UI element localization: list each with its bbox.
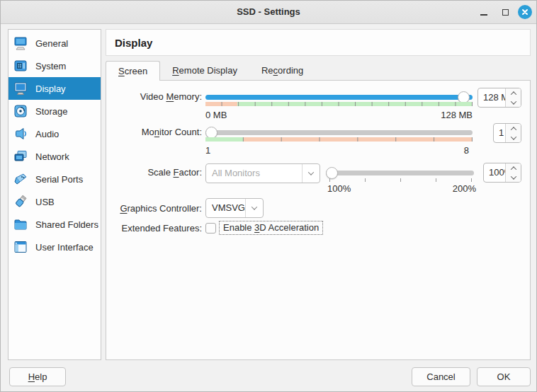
sidebar-item-user-interface[interactable]: User Interface bbox=[9, 236, 101, 258]
scale-factor-spinbox[interactable]: 100% bbox=[483, 163, 521, 183]
sidebar-item-label: System bbox=[35, 61, 66, 71]
page-title: Display bbox=[115, 37, 152, 49]
monitor-count-value[interactable]: 1 bbox=[494, 124, 505, 142]
titlebar[interactable]: SSD - Settings bbox=[1, 1, 536, 24]
extended-features-label: Extended Features: bbox=[106, 223, 202, 234]
scale-factor-monitor-value: All Monitors bbox=[206, 164, 302, 183]
graphics-controller-dropdown[interactable]: VMSVGA bbox=[205, 198, 264, 218]
ok-button[interactable]: OK bbox=[477, 367, 531, 386]
usb-icon bbox=[12, 193, 29, 210]
sidebar-item-general[interactable]: General bbox=[9, 32, 101, 54]
system-icon bbox=[12, 57, 29, 74]
maximize-button[interactable] bbox=[497, 1, 514, 23]
monitor-count-max-label: 8 bbox=[409, 145, 469, 156]
monitor-count-slider[interactable] bbox=[205, 130, 473, 135]
settings-dialog: SSD - Settings General System bbox=[0, 0, 537, 392]
video-memory-slider[interactable] bbox=[205, 95, 473, 100]
spin-up-button[interactable] bbox=[506, 124, 521, 133]
screen-tab-panel: Video Memory: 128 MB 0 MB 128 MB Monitor… bbox=[106, 80, 531, 360]
monitor-count-spinbox[interactable]: 1 bbox=[493, 123, 521, 143]
minimize-button[interactable] bbox=[475, 1, 492, 23]
tabbar: Screen Remote Display Recording bbox=[106, 61, 315, 81]
spin-up-button[interactable] bbox=[506, 163, 521, 173]
enable-3d-acceleration-checkbox[interactable] bbox=[205, 223, 216, 234]
sidebar-item-network[interactable]: Network bbox=[9, 145, 101, 168]
dropdown-arrow bbox=[302, 164, 320, 183]
monitor-count-min-label: 1 bbox=[205, 145, 210, 156]
chevron-down-icon bbox=[510, 98, 516, 104]
scale-factor-slider-handle[interactable] bbox=[326, 167, 338, 179]
sidebar-item-label: Display bbox=[35, 83, 66, 94]
tab-recording[interactable]: Recording bbox=[249, 61, 315, 81]
monitor-count-label: Monitor Count: bbox=[106, 127, 202, 137]
scale-factor-value[interactable]: 100% bbox=[484, 163, 505, 182]
chevron-up-icon bbox=[510, 91, 516, 97]
audio-icon bbox=[12, 125, 29, 142]
video-memory-max-label: 128 MB bbox=[409, 110, 473, 120]
tab-remote-display[interactable]: Remote Display bbox=[160, 61, 249, 81]
sidebar-item-label: General bbox=[35, 38, 68, 49]
sidebar-item-display[interactable]: Display bbox=[9, 77, 101, 100]
network-icon bbox=[12, 148, 29, 165]
help-button[interactable]: Help bbox=[9, 367, 66, 386]
video-memory-spinbox[interactable]: 128 MB bbox=[477, 88, 521, 108]
sidebar-item-audio[interactable]: Audio bbox=[9, 122, 101, 145]
video-memory-range-strip bbox=[205, 102, 473, 106]
graphics-controller-label: Graphics Controller: bbox=[106, 203, 202, 214]
graphics-controller-value: VMSVGA bbox=[206, 199, 245, 217]
enable-3d-acceleration-checkbox-label[interactable]: Enable 3D Acceleration bbox=[219, 221, 323, 235]
video-memory-value[interactable]: 128 MB bbox=[478, 88, 505, 107]
sidebar-item-label: Audio bbox=[35, 129, 59, 139]
sidebar-item-system[interactable]: System bbox=[9, 54, 101, 77]
tab-screen[interactable]: Screen bbox=[106, 61, 160, 81]
scale-factor-monitor-dropdown[interactable]: All Monitors bbox=[205, 163, 320, 183]
sidebar-item-shared-folders[interactable]: Shared Folders bbox=[9, 213, 101, 236]
spin-up-button[interactable] bbox=[506, 88, 521, 98]
shared-folders-icon bbox=[12, 216, 29, 233]
serial-ports-icon bbox=[12, 171, 29, 188]
scale-factor-spin-buttons bbox=[505, 163, 521, 182]
sidebar-item-storage[interactable]: Storage bbox=[9, 100, 101, 122]
settings-sidebar: General System Display Storage Audio bbox=[8, 29, 101, 360]
video-memory-ticks bbox=[205, 102, 473, 106]
display-icon bbox=[12, 80, 29, 97]
chevron-up-icon bbox=[510, 127, 516, 132]
sidebar-item-label: Shared Folders bbox=[35, 219, 98, 230]
sidebar-item-label: Storage bbox=[35, 106, 68, 117]
spin-down-button[interactable] bbox=[506, 133, 521, 142]
scale-factor-ticks bbox=[329, 178, 471, 182]
close-icon bbox=[518, 5, 532, 19]
spin-down-button[interactable] bbox=[506, 98, 521, 107]
chevron-down-icon bbox=[251, 204, 257, 209]
scale-factor-slider[interactable] bbox=[326, 171, 474, 175]
video-memory-spin-buttons bbox=[505, 88, 521, 107]
spin-down-button[interactable] bbox=[506, 173, 521, 182]
monitor-count-range-strip bbox=[205, 137, 473, 142]
sidebar-item-serial-ports[interactable]: Serial Ports bbox=[9, 168, 101, 190]
chevron-down-icon bbox=[308, 169, 314, 175]
storage-icon bbox=[12, 103, 29, 120]
monitor-count-ticks bbox=[205, 137, 473, 142]
page-header: Display bbox=[106, 29, 531, 56]
sidebar-item-label: Serial Ports bbox=[35, 174, 83, 185]
window-title: SSD - Settings bbox=[1, 1, 536, 23]
sidebar-item-label: USB bbox=[35, 197, 55, 207]
dropdown-arrow bbox=[245, 199, 263, 217]
chevron-down-icon bbox=[510, 173, 516, 179]
chevron-down-icon bbox=[510, 134, 516, 139]
sidebar-item-label: User Interface bbox=[35, 242, 94, 253]
chevron-up-icon bbox=[510, 166, 516, 172]
minimize-icon bbox=[480, 14, 487, 16]
general-icon bbox=[12, 35, 29, 52]
cancel-button[interactable]: Cancel bbox=[412, 367, 470, 386]
scale-factor-min-label: 100% bbox=[327, 183, 351, 194]
sidebar-item-label: Network bbox=[35, 151, 69, 162]
scale-factor-max-label: 200% bbox=[412, 183, 476, 194]
maximize-icon bbox=[502, 9, 509, 16]
sidebar-item-usb[interactable]: USB bbox=[9, 190, 101, 213]
video-memory-min-label: 0 MB bbox=[205, 110, 227, 120]
close-button[interactable] bbox=[516, 1, 533, 23]
scale-factor-label: Scale Factor: bbox=[106, 167, 202, 178]
user-interface-icon bbox=[12, 238, 29, 255]
video-memory-label: Video Memory: bbox=[106, 91, 202, 102]
